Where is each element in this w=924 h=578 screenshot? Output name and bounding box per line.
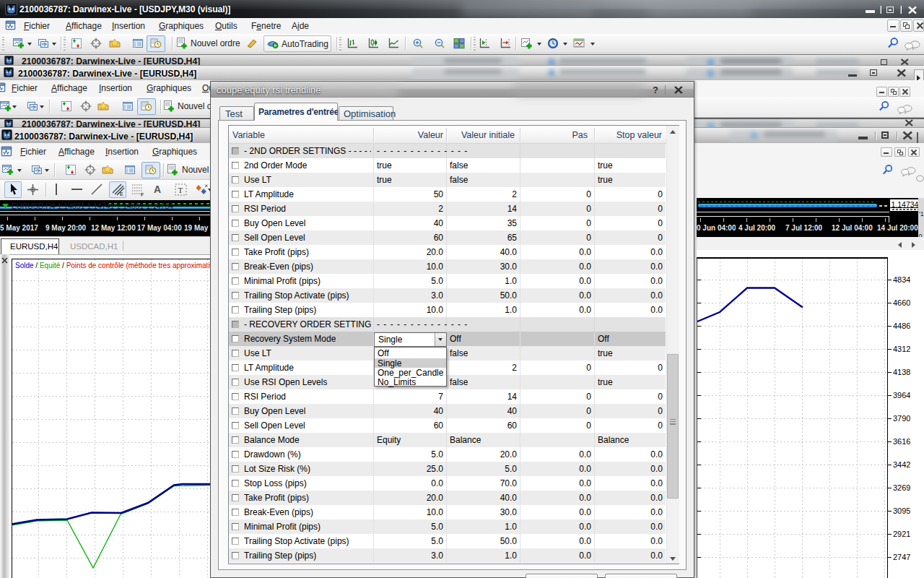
svg-text:T: T	[178, 186, 183, 194]
svg-text:F: F	[141, 192, 144, 197]
svg-text:E: E	[120, 191, 123, 197]
